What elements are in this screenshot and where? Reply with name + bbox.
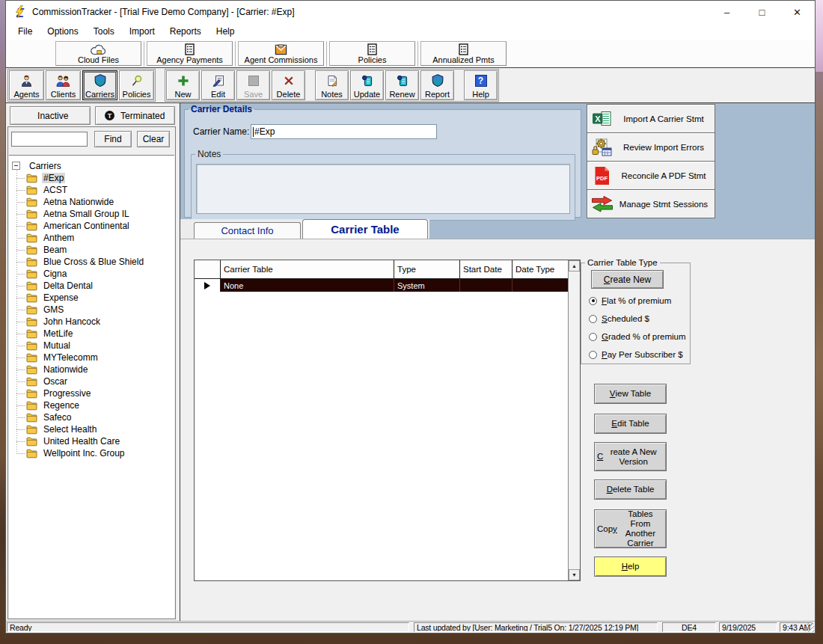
find-row: Find Clear: [8, 127, 175, 151]
action-save-button[interactable]: Save: [236, 70, 270, 100]
cell-carrier-table[interactable]: None: [221, 279, 394, 292]
tree-item-nationwide[interactable]: Nationwide: [9, 364, 174, 375]
folder-icon: [26, 365, 37, 375]
view-table-button[interactable]: View Table: [594, 384, 667, 404]
cell-date-type[interactable]: [513, 279, 568, 292]
tab-carrier-table[interactable]: Carrier Table: [302, 219, 428, 239]
action-update-button[interactable]: Update: [350, 70, 384, 100]
import-a-carrier-stmt-button[interactable]: XImport A Carrier Stmt: [587, 104, 715, 133]
carrier-name-label: Carrier Name:: [193, 126, 249, 137]
tree-item-select-health[interactable]: Select Health: [9, 423, 174, 435]
delete-table-button[interactable]: Delete Table: [594, 479, 667, 500]
tree-root-carriers[interactable]: Carriers: [9, 159, 174, 172]
title-bar[interactable]: Σ CommissionTracker - [Trial Five Demo C…: [6, 1, 815, 23]
nav-agents-label: Agents: [13, 90, 39, 99]
find-button[interactable]: Find: [94, 131, 132, 147]
folder-icon: [26, 389, 37, 399]
collapse-expander-icon[interactable]: [12, 162, 20, 170]
agency-payments-button[interactable]: Agency Payments: [147, 41, 233, 66]
terminated-button[interactable]: T Terminated: [95, 106, 176, 125]
carrier-name-input[interactable]: #Exp: [251, 124, 437, 139]
cell-start-date[interactable]: [460, 279, 513, 292]
action-notes-button[interactable]: Notes: [315, 70, 349, 100]
agent-commissions-button[interactable]: Agent Commissions: [238, 41, 324, 66]
nav-agents-button[interactable]: Agents: [9, 70, 44, 100]
scroll-down-icon[interactable]: ▼: [569, 569, 580, 580]
create-a-new-version-button[interactable]: Create A New Version: [594, 442, 667, 471]
policies-button[interactable]: Policies: [329, 41, 415, 66]
tree-item-blue-cross-blue-shield[interactable]: Blue Cross & Blue Shield: [9, 256, 174, 268]
manage-stmt-sessions-button[interactable]: Manage Stmt Sessions: [587, 189, 715, 218]
tree-item-gms[interactable]: GMS: [9, 304, 174, 316]
notes-label: Notes: [195, 149, 223, 159]
tree-item-cigna[interactable]: Cigna: [9, 268, 174, 280]
inactive-button[interactable]: Inactive: [10, 106, 91, 125]
tree-item-oscar[interactable]: Oscar: [9, 375, 174, 387]
menu-help[interactable]: Help: [209, 25, 242, 38]
action-renew-button[interactable]: Renew: [385, 70, 419, 100]
tree-item-exp[interactable]: #Exp: [9, 172, 174, 184]
menu-file[interactable]: File: [10, 25, 40, 38]
cell-type[interactable]: System: [394, 279, 460, 292]
tree-item-safeco[interactable]: Safeco: [9, 411, 174, 423]
tree-root-label: Carriers: [29, 161, 61, 171]
tree-item-aetna-nationwide[interactable]: Aetna Nationwide: [9, 196, 174, 208]
edit-table-button[interactable]: Edit Table: [594, 414, 667, 434]
svg-text:PDF: PDF: [596, 174, 608, 181]
minimize-button[interactable]: –: [709, 1, 744, 23]
tree-item-united-health-care[interactable]: United Health Care: [9, 435, 174, 447]
tree-item-beam[interactable]: Beam: [9, 244, 174, 256]
scroll-up-icon[interactable]: ▲: [569, 260, 580, 272]
tree-item-regence[interactable]: Regence: [9, 399, 174, 411]
annualized-pmts-button[interactable]: Annualized Pmts: [420, 41, 507, 66]
tab-contact-info[interactable]: Contact Info: [194, 222, 301, 239]
folder-icon: [26, 281, 37, 291]
nav-policies-button[interactable]: Policies: [119, 70, 154, 100]
action-delete-button[interactable]: Delete: [272, 70, 305, 100]
tree-item-john-hancock[interactable]: John Hancock: [9, 316, 174, 328]
grid-header-type[interactable]: Type: [394, 260, 460, 278]
grid-header-date-type[interactable]: Date Type: [513, 260, 568, 278]
text-caret: [253, 127, 254, 137]
cloud-files-button[interactable]: Cloud Files: [55, 41, 141, 66]
search-input[interactable]: [11, 132, 88, 147]
nav-carriers-button[interactable]: Carriers: [82, 70, 117, 100]
row-selector-cell[interactable]: [195, 279, 221, 292]
tree-item-wellpoint-inc-group[interactable]: Wellpoint Inc. Group: [9, 447, 174, 459]
close-button[interactable]: ✕: [780, 1, 815, 23]
copy-tables-from-another-carrier-button[interactable]: Copy Tables From Another Carrier: [594, 509, 667, 548]
tree-item-progressive[interactable]: Progressive: [9, 387, 174, 399]
table-row[interactable]: None System: [195, 279, 568, 292]
action-edit-label: Edit: [211, 90, 225, 99]
tree-item-acst[interactable]: ACST: [9, 184, 174, 196]
tree-item-aetna-small-group-il[interactable]: Aetna Small Group IL: [9, 208, 174, 220]
action-new-button[interactable]: New: [166, 70, 200, 100]
review-import-errors-button[interactable]: Review Import Errors: [587, 132, 715, 162]
tree-item-mutual[interactable]: Mutual: [9, 340, 174, 352]
resize-grip[interactable]: [805, 623, 814, 632]
menu-tools[interactable]: Tools: [86, 25, 122, 38]
nav-clients-button[interactable]: Clients: [46, 70, 81, 100]
tree-item-mytelecomm[interactable]: MYTelecomm: [9, 352, 174, 364]
clear-button[interactable]: Clear: [137, 131, 170, 147]
folder-icon: [26, 329, 37, 339]
menu-reports[interactable]: Reports: [162, 25, 209, 38]
action-help-label: Help: [472, 90, 489, 99]
help-button[interactable]: Help: [594, 556, 667, 577]
tree-item-anthem[interactable]: Anthem: [9, 232, 174, 244]
grid-vertical-scrollbar[interactable]: ▲ ▼: [568, 260, 580, 580]
tree-item-expense[interactable]: Expense: [9, 292, 174, 304]
maximize-button[interactable]: □: [744, 1, 780, 23]
action-report-button[interactable]: Report: [420, 70, 454, 100]
menu-import[interactable]: Import: [122, 25, 162, 38]
tree-item-metlife[interactable]: MetLife: [9, 328, 174, 340]
action-help-button[interactable]: ?Help: [464, 70, 498, 100]
tree-item-delta-dental[interactable]: Delta Dental: [9, 280, 174, 292]
menu-options[interactable]: Options: [40, 25, 85, 38]
reconcile-a-pdf-stmt-button[interactable]: PDFReconcile A PDF Stmt: [587, 161, 715, 190]
tree-item-american-continental[interactable]: American Continental: [9, 220, 174, 232]
notes-textarea[interactable]: [196, 164, 570, 214]
grid-header-carrier-table[interactable]: Carrier Table: [221, 260, 394, 278]
action-edit-button[interactable]: Edit: [201, 70, 235, 100]
grid-header-start-date[interactable]: Start Date: [460, 260, 513, 278]
